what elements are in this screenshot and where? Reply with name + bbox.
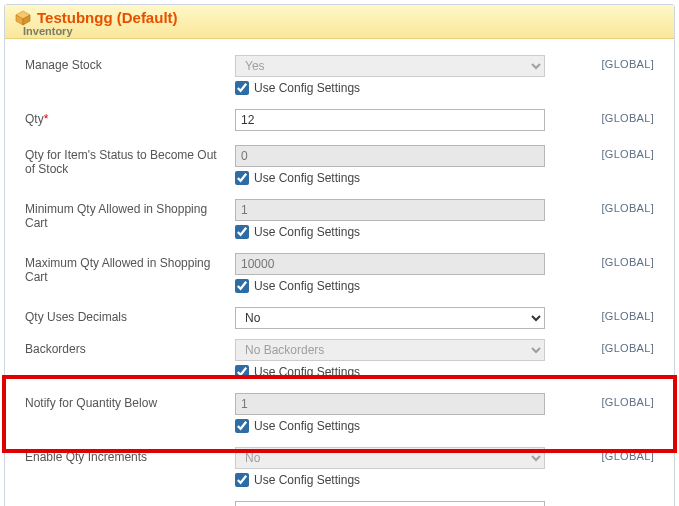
stock-avail-select[interactable]: In Stock [235, 501, 545, 506]
product-cube-icon [15, 10, 31, 26]
label-qty: Qty* [25, 109, 225, 126]
max-qty-cart-use-config[interactable]: Use Config Settings [235, 279, 545, 293]
form-area: Manage Stock Yes Use Config Settings [GL… [5, 39, 674, 506]
max-qty-cart-use-config-checkbox[interactable] [235, 279, 249, 293]
label-max-qty-cart: Maximum Qty Allowed in Shopping Cart [25, 253, 225, 284]
manage-stock-use-config[interactable]: Use Config Settings [235, 81, 545, 95]
scope-min-qty-cart: [GLOBAL] [601, 199, 654, 214]
label-qty-out-of-stock: Qty for Item's Status to Become Out of S… [25, 145, 225, 176]
min-qty-cart-use-config[interactable]: Use Config Settings [235, 225, 545, 239]
scope-backorders: [GLOBAL] [601, 339, 654, 354]
qty-out-of-stock-input[interactable] [235, 145, 545, 167]
min-qty-cart-input[interactable] [235, 199, 545, 221]
qty-input[interactable] [235, 109, 545, 131]
qty-decimals-select[interactable]: No [235, 307, 545, 329]
scope-qty-out-of-stock: [GLOBAL] [601, 145, 654, 160]
panel-header: Testubngg (Default) Inventory [5, 5, 674, 39]
scope-manage-stock: [GLOBAL] [601, 55, 654, 70]
label-enable-qty-incr: Enable Qty Increments [25, 447, 225, 464]
scope-notify-below: [GLOBAL] [601, 393, 654, 408]
enable-qty-incr-use-config-checkbox[interactable] [235, 473, 249, 487]
qty-out-of-stock-use-config[interactable]: Use Config Settings [235, 171, 545, 185]
notify-below-use-config-checkbox[interactable] [235, 419, 249, 433]
row-qty: Qty* [GLOBAL] [25, 109, 654, 131]
label-backorders: Backorders [25, 339, 225, 356]
notify-below-input[interactable] [235, 393, 545, 415]
required-asterisk: * [44, 112, 49, 126]
scope-enable-qty-incr: [GLOBAL] [601, 447, 654, 462]
min-qty-cart-use-config-checkbox[interactable] [235, 225, 249, 239]
panel-title: Testubngg (Default) [15, 7, 664, 26]
manage-stock-use-config-checkbox[interactable] [235, 81, 249, 95]
notify-below-use-config[interactable]: Use Config Settings [235, 419, 545, 433]
row-qty-decimals: Qty Uses Decimals No [GLOBAL] [25, 307, 654, 329]
row-max-qty-cart: Maximum Qty Allowed in Shopping Cart Use… [25, 253, 654, 293]
row-stock-avail: Stock Availability In Stock [GLOBAL] [25, 501, 654, 506]
backorders-select[interactable]: No Backorders [235, 339, 545, 361]
label-min-qty-cart: Minimum Qty Allowed in Shopping Cart [25, 199, 225, 230]
row-manage-stock: Manage Stock Yes Use Config Settings [GL… [25, 55, 654, 95]
row-min-qty-cart: Minimum Qty Allowed in Shopping Cart Use… [25, 199, 654, 239]
scope-stock-avail: [GLOBAL] [601, 501, 654, 506]
label-notify-below: Notify for Quantity Below [25, 393, 225, 410]
row-backorders: Backorders No Backorders Use Config Sett… [25, 339, 654, 379]
row-qty-out-of-stock: Qty for Item's Status to Become Out of S… [25, 145, 654, 185]
scope-qty-decimals: [GLOBAL] [601, 307, 654, 322]
backorders-use-config[interactable]: Use Config Settings [235, 365, 545, 379]
panel-title-text: Testubngg (Default) [37, 9, 178, 26]
enable-qty-incr-select[interactable]: No [235, 447, 545, 469]
row-enable-qty-incr: Enable Qty Increments No Use Config Sett… [25, 447, 654, 487]
row-notify-below: Notify for Quantity Below Use Config Set… [25, 393, 654, 433]
label-stock-avail: Stock Availability [25, 501, 225, 506]
label-qty-decimals: Qty Uses Decimals [25, 307, 225, 324]
max-qty-cart-input[interactable] [235, 253, 545, 275]
scope-qty: [GLOBAL] [601, 109, 654, 124]
qty-out-of-stock-use-config-checkbox[interactable] [235, 171, 249, 185]
manage-stock-select[interactable]: Yes [235, 55, 545, 77]
scope-max-qty-cart: [GLOBAL] [601, 253, 654, 268]
panel-subtitle: Inventory [23, 25, 73, 37]
inventory-panel: Testubngg (Default) Inventory Manage Sto… [4, 4, 675, 506]
label-manage-stock: Manage Stock [25, 55, 225, 72]
backorders-use-config-checkbox[interactable] [235, 365, 249, 379]
enable-qty-incr-use-config[interactable]: Use Config Settings [235, 473, 545, 487]
